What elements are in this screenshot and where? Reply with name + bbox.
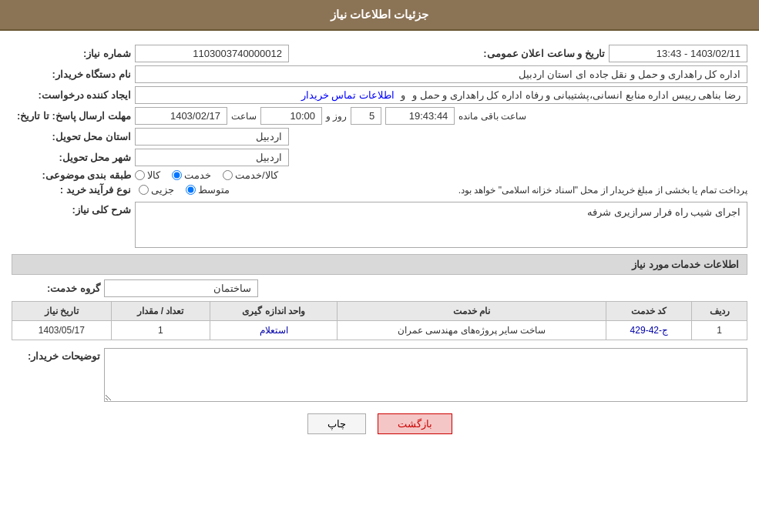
page-header: جزئیات اطلاعات نیاز [0,0,759,31]
category-kala[interactable]: کالا [135,169,160,181]
cell-row-num: 1 [692,321,747,340]
response-deadline-remaining: 19:43:44 [385,107,455,125]
need-description-text: اجرای شیب راه فرار سرازیری شرفه [587,206,741,218]
purchase-type-group: جزیی متوسط [139,184,230,196]
need-description-label: شرح کلی نیاز: [12,202,135,216]
category-kala-khedmat[interactable]: کالا/خدمت [223,169,278,181]
creator-value: رضا بناهی رییس اداره منابع انسانی،پشتیبا… [135,86,747,104]
category-khedmat-label: خدمت [184,169,211,181]
need-number-label: شماره نیاز: [12,48,135,59]
print-button[interactable]: چاپ [307,413,366,434]
creator-contact-link[interactable]: اطلاعات تماس خریدار [301,89,395,101]
col-row-num: ردیف [692,302,747,321]
response-deadline-time: 10:00 [260,107,322,125]
category-kala-khedmat-label: کالا/خدمت [235,169,278,181]
col-unit: واحد اندازه گیری [210,302,338,321]
delivery-city-label: شهر محل تحویل: [12,152,135,163]
col-quantity: تعداد / مقدار [111,302,210,321]
delivery-province-label: استان محل تحویل: [12,131,135,142]
cell-unit: استعلام [210,321,338,340]
buyer-description-textarea[interactable] [104,348,747,402]
buyer-org-value: اداره کل راهداری و حمل و نقل جاده ای است… [135,65,747,83]
announce-date-label: تاریخ و ساعت اعلان عمومی: [478,48,609,59]
type-motavvaset-radio[interactable] [186,185,196,195]
days-label: روز و [326,111,347,122]
subject-category-label: طبقه بندی موضوعی: [12,169,135,181]
table-row: 1 ج-42-429 ساخت سایر پروژه‌های مهندسی عم… [12,321,747,340]
page-title: جزئیات اطلاعات نیاز [331,8,428,21]
type-jozii-label: جزیی [151,184,174,196]
creator-text: رضا بناهی رییس اداره منابع انسانی،پشتیبا… [412,89,741,101]
delivery-province-value: اردبیل [135,128,289,146]
purchase-type-label: نوع فرآیند خرید : [12,184,135,196]
services-section-title: اطلاعات خدمات مورد نیاز [12,254,747,275]
subject-category-group: کالا خدمت کالا/خدمت [135,169,278,181]
type-motavvaset[interactable]: متوسط [186,184,230,196]
cell-date: 1403/05/17 [12,321,112,340]
col-date: تاریخ نیاز [12,302,112,321]
cell-service-name: ساخت سایر پروژه‌های مهندسی عمران [337,321,606,340]
service-group-value: ساختمان [104,279,258,297]
col-service-code: کد خدمت [606,302,692,321]
announce-date-value: 1403/02/11 - 13:43 [609,45,747,62]
response-deadline-days: 5 [351,107,381,125]
purchase-type-description: پرداخت تمام یا بخشی از مبلغ خریدار از مح… [237,185,747,196]
creator-label: ایجاد کننده درخواست: [12,89,135,101]
need-description-value: اجرای شیب راه فرار سرازیری شرفه [135,202,747,248]
remaining-label: ساعت باقی مانده [458,111,526,122]
type-motavvaset-label: متوسط [198,184,230,196]
buttons-row: بازگشت چاپ [12,413,747,434]
response-deadline-date: 1403/02/17 [135,107,227,125]
delivery-city-value: اردبیل [135,149,289,166]
service-group-label: گروه خدمت: [12,283,104,294]
col-service-name: نام خدمت [337,302,606,321]
type-jozii[interactable]: جزیی [139,184,174,196]
cell-service-code: ج-42-429 [606,321,692,340]
time-label: ساعت [231,111,257,122]
back-button[interactable]: بازگشت [378,413,452,434]
need-number-value: 1103003740000012 [135,45,289,62]
services-table: ردیف کد خدمت نام خدمت واحد اندازه گیری ت… [12,301,747,340]
buyer-description-label: توضیحات خریدار: [12,348,104,362]
category-khedmat-radio[interactable] [172,170,182,180]
cell-quantity: 1 [111,321,210,340]
category-kala-radio[interactable] [135,170,145,180]
buyer-org-label: نام دستگاه خریدار: [12,69,135,80]
category-kala-label: کالا [147,169,160,181]
response-deadline-label: مهلت ارسال پاسخ: تا تاریخ: [12,110,135,122]
category-kala-khedmat-radio[interactable] [223,170,233,180]
category-khedmat[interactable]: خدمت [172,169,211,181]
type-jozii-radio[interactable] [139,185,149,195]
